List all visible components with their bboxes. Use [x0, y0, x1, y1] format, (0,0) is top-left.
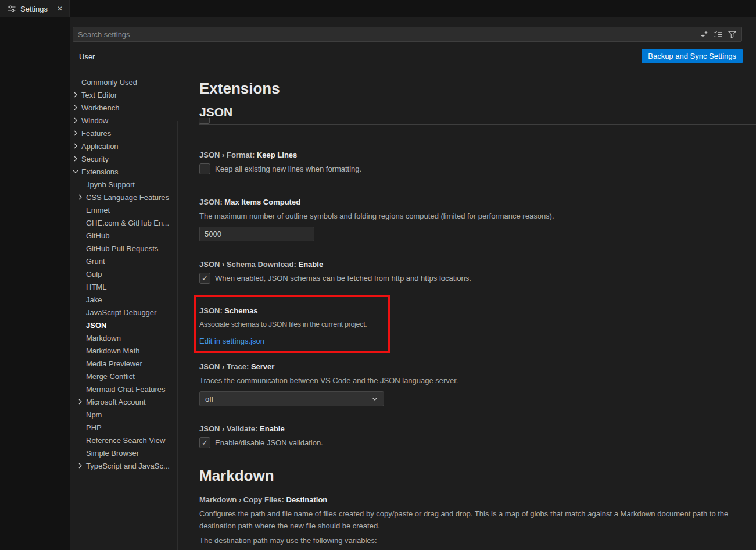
toc-item-label: PHP — [86, 423, 102, 432]
toc-item[interactable]: Merge Conflict — [71, 370, 180, 383]
setting-json-validate-enable: JSON › Validate: Enable ✓ Enable/disable… — [199, 424, 734, 448]
toc-item-label: Commonly Used — [81, 78, 137, 87]
toc-item[interactable]: Commonly Used — [71, 76, 180, 88]
toc-item[interactable]: Npm — [71, 408, 180, 421]
settings-content: Extensions JSON JSON › Format: Keep Line… — [199, 76, 734, 547]
chevron-right-icon[interactable] — [76, 192, 85, 202]
tab-settings[interactable]: Settings ✕ — [0, 0, 70, 17]
trace-server-select[interactable]: off — [199, 391, 384, 406]
setting-description: The maximum number of outline symbols an… — [199, 210, 734, 222]
toc-item[interactable]: Emmet — [71, 203, 180, 216]
toc-item[interactable]: Reference Search View — [71, 434, 180, 447]
search-input[interactable] — [73, 27, 700, 41]
close-icon[interactable]: ✕ — [55, 4, 65, 13]
group-title-extensions: Extensions — [199, 79, 734, 98]
toc-item[interactable]: GitHub — [71, 229, 180, 242]
group-title-markdown: Markdown — [199, 466, 734, 485]
toc-item[interactable]: Simple Browser — [71, 447, 180, 459]
check-icon: ✓ — [202, 274, 208, 283]
toc-item-label: Markdown Math — [86, 347, 139, 355]
red-highlight-annotation: JSON: Schemas Associate schemas to JSON … — [194, 295, 390, 353]
toc-item[interactable]: Microsoft Account — [71, 395, 180, 408]
setting-description: Configures the path and file name of fil… — [199, 508, 734, 532]
toc-item[interactable]: Media Previewer — [71, 357, 180, 370]
chevron-right-icon[interactable] — [71, 154, 80, 163]
chevron-right-icon[interactable] — [71, 167, 80, 176]
toc-item[interactable]: Features — [71, 127, 180, 140]
chevron-right-icon[interactable] — [71, 116, 80, 125]
toc-item-label: Grunt — [86, 257, 105, 266]
toc-item[interactable]: PHP — [71, 421, 180, 434]
toc-item[interactable]: Application — [71, 140, 180, 152]
toc-item[interactable]: Window — [71, 114, 180, 127]
toc-item-label: Workbench — [81, 103, 120, 112]
toc-item-label: Emmet — [86, 206, 110, 215]
chevron-down-icon — [370, 394, 379, 403]
setting-json-trace-server: JSON › Trace: Server Traces the communic… — [199, 362, 734, 406]
filter-funnel-icon[interactable] — [728, 30, 737, 39]
toc-item[interactable]: CSS Language Features — [71, 191, 180, 203]
setting-json-format-keep-lines: JSON › Format: Keep Lines Keep all exist… — [199, 150, 734, 174]
toc-item[interactable]: Grunt — [71, 255, 180, 267]
toc-item-label: Media Previewer — [86, 359, 142, 368]
checkbox-label: When enabled, JSON schemas can be fetche… — [215, 274, 471, 283]
chevron-right-icon[interactable] — [71, 90, 80, 99]
toc-item[interactable]: Gulp — [71, 267, 180, 280]
search-bar-actions — [700, 30, 741, 39]
toc-item-label: CSS Language Features — [86, 193, 169, 202]
toc-item-label: GHE.com & GitHub En... — [86, 219, 169, 227]
toc-item-label: GitHub Pull Requests — [86, 244, 158, 253]
backup-sync-button[interactable]: Backup and Sync Settings — [642, 49, 743, 63]
toc-item[interactable]: Text Editor — [71, 88, 180, 101]
chevron-right-icon[interactable] — [76, 397, 85, 406]
checkbox-unchecked[interactable] — [199, 163, 210, 174]
setting-markdown-copy-files-destination: Markdown › Copy Files: Destination Confi… — [199, 495, 734, 547]
toc-item[interactable]: HTML — [71, 280, 180, 293]
toc-item-label: Mermaid Chat Features — [86, 385, 166, 394]
toc-item-label: JavaScript Debugger — [86, 308, 156, 317]
setting-json-max-items-computed: JSON: Max Items Computed The maximum num… — [199, 197, 734, 241]
checkbox-checked[interactable]: ✓ — [199, 273, 210, 284]
checkbox-row: ✓ Enable/disable JSON validation. — [199, 437, 734, 448]
toc-item-label: Jake — [86, 295, 102, 304]
toc-item[interactable]: GHE.com & GitHub En... — [71, 216, 180, 229]
toc-item[interactable]: GitHub Pull Requests — [71, 242, 180, 255]
ai-sparkle-icon[interactable] — [700, 30, 709, 39]
toc-item[interactable]: JSON — [71, 319, 180, 331]
tab-user-scope[interactable]: User — [74, 51, 100, 66]
toc-item-label: Window — [81, 116, 108, 125]
toc-divider[interactable] — [177, 121, 178, 550]
toc-item-label: GitHub — [86, 231, 109, 240]
toc-item[interactable]: Extensions — [71, 165, 180, 178]
checkbox-label: Enable/disable JSON validation. — [215, 438, 323, 447]
toc-item[interactable]: .ipynb Support — [71, 178, 180, 191]
toc-item[interactable]: Workbench — [71, 101, 180, 114]
settings-toc: Commonly Used Text Editor Workbench Wi — [71, 76, 180, 472]
checkbox-label: Keep all existing new lines when formatt… — [215, 165, 361, 173]
toc-item-label: Merge Conflict — [86, 372, 135, 381]
chevron-right-icon[interactable] — [71, 141, 80, 151]
toc-item[interactable]: Mermaid Chat Features — [71, 383, 180, 395]
toc-item[interactable]: Security — [71, 152, 180, 165]
toc-item-label: JSON — [86, 321, 106, 330]
select-value: off — [205, 395, 370, 403]
toc-item[interactable]: Markdown — [71, 331, 180, 344]
toc-item-label: Security — [81, 155, 109, 163]
editor-tab-bar: Settings ✕ — [0, 0, 756, 17]
toc-item[interactable]: Jake — [71, 293, 180, 306]
edit-in-settings-json-link[interactable]: Edit in settings.json — [199, 337, 264, 345]
toc-item[interactable]: TypeScript and JavaSc... — [71, 459, 180, 472]
toc-item-label: TypeScript and JavaSc... — [86, 462, 170, 470]
search-settings-bar — [73, 27, 742, 42]
chevron-right-icon[interactable] — [76, 461, 85, 470]
toc-item-label: Markdown — [86, 334, 121, 342]
checklist-icon[interactable] — [714, 30, 723, 39]
checkbox-checked[interactable]: ✓ — [199, 437, 210, 448]
chevron-right-icon[interactable] — [71, 103, 80, 112]
max-items-input[interactable] — [199, 227, 314, 241]
checkbox-row: ✓ When enabled, JSON schemas can be fetc… — [199, 273, 734, 284]
toc-item[interactable]: Markdown Math — [71, 344, 180, 357]
toc-item-label: HTML — [86, 283, 106, 291]
toc-item[interactable]: JavaScript Debugger — [71, 306, 180, 319]
chevron-right-icon[interactable] — [71, 128, 80, 138]
